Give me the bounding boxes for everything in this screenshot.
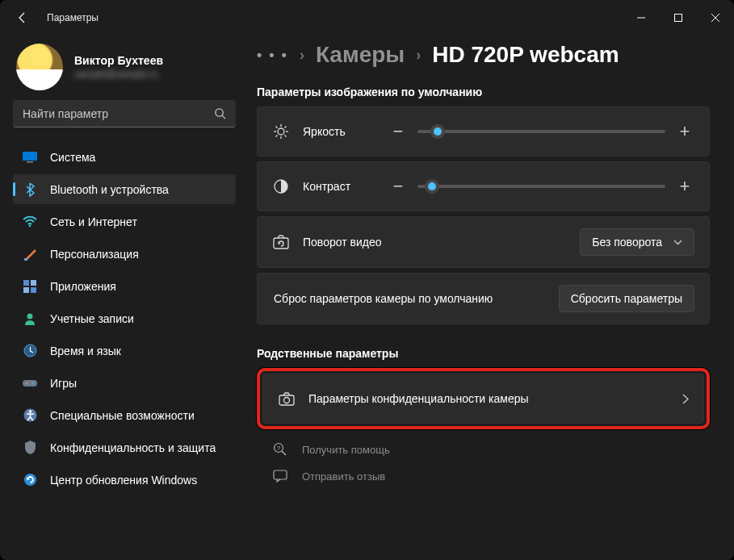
- reset-label: Сброс параметров камеры по умолчанию: [272, 292, 546, 305]
- sidebar-item-label: Конфиденциальность и защита: [50, 441, 216, 454]
- search-input[interactable]: [23, 107, 214, 120]
- camera-privacy-label: Параметры конфиденциальности камеры: [308, 392, 669, 405]
- svg-line-28: [285, 127, 287, 128]
- svg-rect-7: [24, 258, 27, 261]
- update-icon: [23, 473, 37, 487]
- svg-rect-8: [23, 280, 29, 286]
- get-help-link[interactable]: ? Получить помощь: [257, 436, 710, 463]
- sidebar-item-accounts[interactable]: Учетные записи: [13, 303, 236, 333]
- breadcrumb-more[interactable]: • • •: [257, 47, 288, 64]
- sidebar: Виктор Бухтеев sample@sample.ru Система …: [0, 36, 242, 560]
- search-icon: [214, 107, 226, 119]
- svg-rect-1: [675, 15, 682, 22]
- rotation-label: Поворот видео: [303, 236, 567, 249]
- svg-point-19: [24, 474, 36, 486]
- chevron-right-icon: ›: [300, 47, 304, 64]
- camera-privacy-card[interactable]: Параметры конфиденциальности камеры: [262, 374, 704, 424]
- rotation-card: Поворот видео Без поворота: [257, 216, 710, 268]
- brightness-icon: [272, 123, 290, 140]
- person-icon: [23, 311, 37, 326]
- svg-point-15: [26, 382, 27, 383]
- sidebar-item-personalization[interactable]: Персонализация: [13, 239, 236, 269]
- gaming-icon: [23, 376, 37, 391]
- section-title-related: Родственные параметры: [257, 347, 710, 360]
- window-controls: [623, 0, 734, 36]
- chevron-right-icon: [682, 394, 689, 404]
- feedback-icon: [271, 470, 289, 483]
- nav-list: Система Bluetooth и устройства Сеть и Ин…: [13, 142, 236, 495]
- sidebar-item-bluetooth[interactable]: Bluetooth и устройства: [13, 174, 236, 204]
- sidebar-item-label: Bluetooth и устройства: [50, 183, 169, 196]
- window-title: Параметры: [47, 12, 99, 23]
- sidebar-item-label: Персонализация: [50, 248, 139, 261]
- close-button[interactable]: [697, 0, 734, 36]
- svg-point-6: [29, 224, 31, 227]
- profile-name: Виктор Бухтеев: [74, 54, 163, 67]
- shield-icon: [23, 441, 37, 455]
- feedback-link[interactable]: Отправить отзыв: [257, 463, 710, 489]
- chevron-down-icon: [673, 240, 682, 245]
- svg-rect-5: [27, 161, 33, 163]
- sidebar-item-label: Система: [50, 151, 95, 164]
- rotation-select[interactable]: Без поворота: [580, 228, 694, 256]
- sidebar-item-apps[interactable]: Приложения: [13, 271, 236, 301]
- svg-rect-4: [23, 152, 37, 161]
- brightness-label: Яркость: [303, 125, 375, 138]
- sidebar-item-accessibility[interactable]: Специальные возможности: [13, 400, 236, 430]
- sidebar-item-privacy[interactable]: Конфиденциальность и защита: [13, 433, 236, 462]
- maximize-button[interactable]: [660, 0, 697, 36]
- profile-block[interactable]: Виктор Бухтеев sample@sample.ru: [13, 36, 236, 100]
- breadcrumb-current: HD 720P webcam: [432, 42, 619, 68]
- clock-globe-icon: [23, 344, 37, 358]
- brush-icon: [23, 247, 37, 261]
- avatar: [16, 44, 63, 90]
- sidebar-item-gaming[interactable]: Игры: [13, 368, 236, 398]
- contrast-increase[interactable]: +: [675, 176, 694, 197]
- sidebar-item-network[interactable]: Сеть и Интернет: [13, 207, 236, 236]
- svg-point-16: [32, 382, 34, 383]
- chevron-right-icon: ›: [416, 47, 421, 64]
- breadcrumb-parent[interactable]: Камеры: [316, 42, 405, 68]
- svg-rect-10: [23, 287, 29, 293]
- rotation-selected-value: Без поворота: [592, 236, 662, 249]
- sidebar-item-windows-update[interactable]: Центр обновления Windows: [13, 465, 236, 495]
- svg-text:?: ?: [277, 445, 281, 452]
- get-help-label: Получить помощь: [302, 444, 390, 456]
- sidebar-item-label: Центр обновления Windows: [50, 474, 197, 487]
- svg-line-27: [276, 136, 278, 137]
- svg-rect-11: [31, 287, 36, 293]
- wifi-icon: [23, 215, 37, 229]
- svg-point-20: [278, 128, 284, 135]
- contrast-card: Контраст − +: [257, 161, 710, 211]
- contrast-slider[interactable]: [417, 185, 665, 188]
- brightness-card: Яркость − +: [257, 107, 710, 157]
- search-box[interactable]: [13, 100, 236, 127]
- profile-email: sample@sample.ru: [74, 69, 163, 80]
- sidebar-item-system[interactable]: Система: [13, 142, 236, 172]
- help-icon: ?: [271, 442, 289, 457]
- reset-button[interactable]: Сбросить параметры: [559, 285, 694, 312]
- sidebar-item-time-language[interactable]: Время и язык: [13, 336, 236, 366]
- sidebar-item-label: Игры: [50, 377, 77, 390]
- svg-point-18: [28, 410, 31, 413]
- titlebar: Параметры: [0, 0, 734, 36]
- contrast-decrease[interactable]: −: [388, 176, 408, 197]
- svg-line-3: [222, 115, 225, 119]
- brightness-increase[interactable]: +: [675, 121, 694, 142]
- brightness-slider[interactable]: [417, 130, 665, 133]
- svg-point-32: [284, 397, 290, 403]
- minimize-button[interactable]: [623, 0, 660, 36]
- reset-card: Сброс параметров камеры по умолчанию Сбр…: [257, 273, 710, 324]
- svg-line-25: [276, 127, 278, 128]
- sidebar-item-label: Приложения: [50, 280, 116, 293]
- contrast-icon: [272, 179, 290, 194]
- brightness-decrease[interactable]: −: [388, 121, 408, 142]
- back-button[interactable]: [13, 8, 32, 27]
- svg-rect-9: [31, 280, 36, 286]
- breadcrumb: • • • › Камеры › HD 720P webcam: [257, 42, 710, 68]
- sidebar-item-label: Учетные записи: [50, 312, 134, 325]
- sidebar-item-label: Время и язык: [50, 345, 121, 357]
- main-content: • • • › Камеры › HD 720P webcam Параметр…: [242, 36, 734, 560]
- svg-point-2: [216, 109, 223, 116]
- highlighted-annotation: Параметры конфиденциальности камеры: [257, 368, 710, 429]
